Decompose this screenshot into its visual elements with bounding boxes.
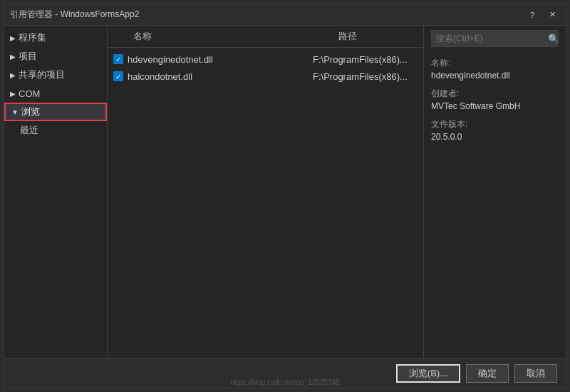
checkbox-icon[interactable]: ✓: [113, 71, 123, 81]
cancel-button[interactable]: 取消: [514, 364, 557, 383]
version-label: 文件版本:: [431, 118, 559, 130]
title-bar: 引用管理器 - WindowsFormsApp2 ? ✕: [4, 4, 566, 26]
main-area: 名称 路径 ✓hdevenginedotnet.dllF:\ProgramFil…: [108, 26, 423, 358]
arrow-icon: ▶: [10, 71, 16, 79]
file-list: ✓hdevenginedotnet.dllF:\ProgramFiles(x86…: [108, 48, 423, 358]
close-button[interactable]: ✕: [544, 9, 560, 21]
file-path: F:\ProgramFiles(x86)...: [313, 71, 418, 82]
search-box[interactable]: 🔍: [431, 30, 559, 47]
list-item[interactable]: ✓halcondotnet.dllF:\ProgramFiles(x86)...: [108, 68, 423, 85]
file-path: F:\ProgramFiles(x86)...: [313, 54, 418, 65]
sidebar-item-label: COM: [19, 88, 40, 99]
list-header: 名称 路径: [108, 26, 423, 48]
help-button[interactable]: ?: [524, 9, 540, 21]
name-value: hdevenginedotnet.dll: [431, 71, 559, 81]
sidebar-item-recent[interactable]: 最近: [4, 121, 107, 140]
sidebar-item-label: 程序集: [19, 31, 46, 44]
sidebar: ▶程序集▶项目▶共享的项目▶COM▼浏览最近: [4, 26, 108, 358]
sidebar-item-shared[interactable]: ▶共享的项目: [4, 66, 107, 84]
sidebar-item-assemblies[interactable]: ▶程序集: [4, 29, 107, 47]
search-icon[interactable]: 🔍: [547, 30, 559, 47]
sidebar-item-browse[interactable]: ▼浏览: [4, 103, 107, 121]
sidebar-item-label: 最近: [20, 124, 38, 137]
arrow-icon: ▼: [11, 108, 19, 116]
file-name: halcondotnet.dll: [128, 71, 313, 82]
name-label: 名称:: [431, 57, 559, 69]
checkbox-icon[interactable]: ✓: [113, 54, 123, 64]
browse-button[interactable]: 浏览(B)...: [396, 364, 460, 383]
list-item[interactable]: ✓hdevenginedotnet.dllF:\ProgramFiles(x86…: [108, 51, 423, 68]
arrow-icon: ▶: [10, 53, 16, 61]
file-name: hdevenginedotnet.dll: [128, 54, 313, 65]
dialog-window: 引用管理器 - WindowsFormsApp2 ? ✕ ▶程序集▶项目▶共享的…: [4, 4, 566, 388]
bottom-bar: 浏览(B)... 确定 取消: [4, 358, 566, 388]
ok-button[interactable]: 确定: [466, 364, 509, 383]
version-value: 20.5.0.0: [431, 132, 559, 142]
creator-value: MVTec Software GmbH: [431, 101, 559, 111]
arrow-icon: ▶: [10, 34, 16, 42]
search-input[interactable]: [432, 33, 547, 43]
creator-label: 创建者:: [431, 88, 559, 100]
sidebar-item-project[interactable]: ▶项目: [4, 47, 107, 66]
col-name-header: 名称: [133, 30, 333, 43]
sidebar-item-label: 项目: [19, 50, 37, 63]
sidebar-item-label: 共享的项目: [19, 68, 65, 81]
sidebar-item-label: 浏览: [21, 105, 40, 118]
sidebar-item-com[interactable]: ▶COM: [4, 84, 107, 103]
arrow-icon: ▶: [10, 90, 16, 98]
title-controls: ? ✕: [524, 9, 560, 21]
content-area: ▶程序集▶项目▶共享的项目▶COM▼浏览最近 名称 路径 ✓hdevengine…: [4, 26, 566, 358]
window-title: 引用管理器 - WindowsFormsApp2: [10, 9, 524, 21]
right-panel: 🔍 名称: hdevenginedotnet.dll 创建者: MVTec So…: [423, 26, 566, 358]
col-path-header: 路径: [338, 30, 418, 43]
